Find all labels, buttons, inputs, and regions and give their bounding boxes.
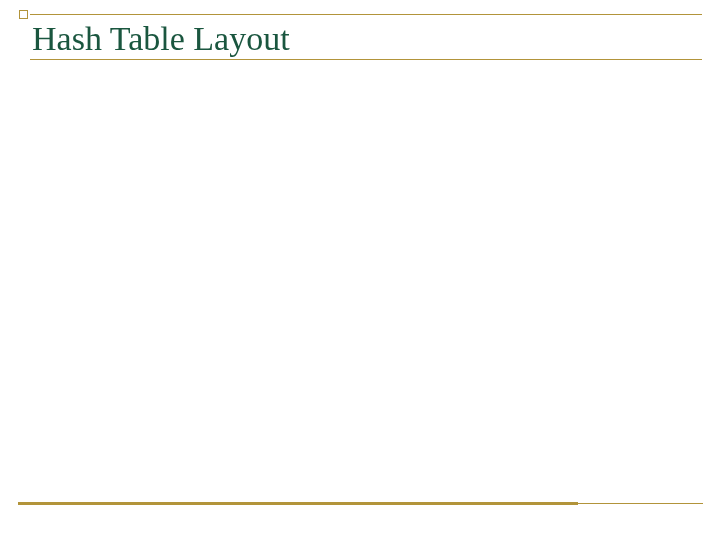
footer-rule-thin (578, 503, 703, 504)
slide: Hash Table Layout (0, 0, 720, 540)
title-marker-square (19, 10, 28, 19)
footer-rule-thick (18, 502, 578, 505)
title-rule-top (30, 14, 702, 15)
page-title: Hash Table Layout (32, 20, 290, 58)
title-rule-bottom (30, 59, 702, 60)
